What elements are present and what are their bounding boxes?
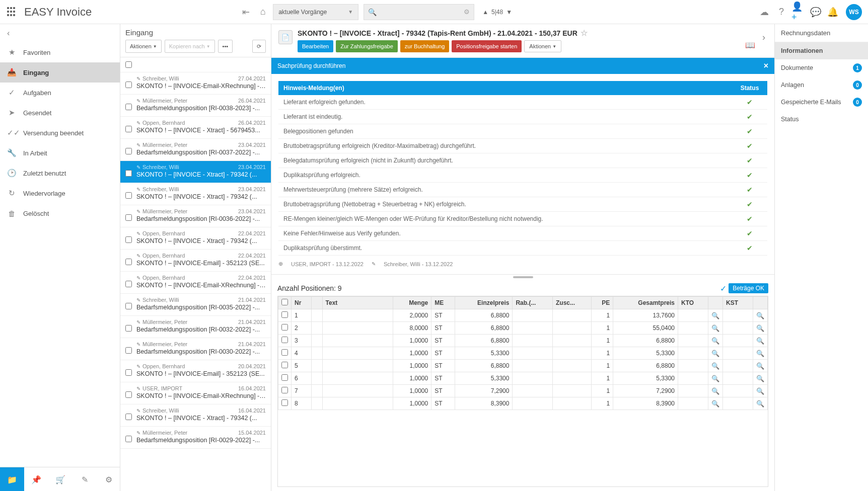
splitter[interactable] <box>271 274 774 279</box>
payment-release-button[interactable]: Zur Zahlungsfreigabe <box>336 40 398 52</box>
table-row[interactable]: 51,0000ST6,880016,8800🔍🔍 <box>278 360 768 372</box>
expand-icon[interactable]: › <box>760 32 767 43</box>
rpanel-item-4[interactable]: Status <box>775 111 868 128</box>
sidebar-item-5[interactable]: 🔧In Arbeit <box>0 143 120 163</box>
apps-icon[interactable] <box>6 6 18 18</box>
list-item[interactable]: ✎Müllermeier, Peter15.04.2021Bedarfsmeld… <box>120 427 271 449</box>
search-icon[interactable]: 🔍 <box>756 387 764 395</box>
list-item[interactable]: ✎Müllermeier, Peter21.04.2021Bedarfsmeld… <box>120 316 271 338</box>
list-item[interactable]: ✎Müllermeier, Peter23.04.2021Bedarfsmeld… <box>120 205 271 227</box>
item-checkbox[interactable] <box>125 436 132 442</box>
pager-next[interactable]: ▼ <box>506 9 512 16</box>
pager-prev[interactable]: ▲ <box>482 9 488 16</box>
item-checkbox[interactable] <box>125 148 132 154</box>
table-row[interactable]: 81,0000ST8,390018,3900🔍🔍 <box>278 397 768 410</box>
rpanel-item-1[interactable]: Dokumente1 <box>775 59 868 76</box>
star-icon[interactable]: ☆ <box>581 28 588 38</box>
position-release-button[interactable]: Positionsfreigabe starten <box>452 40 522 52</box>
search-icon[interactable]: 🔍 <box>756 400 764 407</box>
sidebar-item-0[interactable]: ★Favoriten <box>0 42 120 62</box>
item-checkbox[interactable] <box>125 126 132 132</box>
sidebar-item-6[interactable]: 🕑Zuletzt benutzt <box>0 163 120 183</box>
help-icon[interactable]: ? <box>774 5 788 19</box>
table-row[interactable]: 41,0000ST5,330015,3300🔍🔍 <box>278 347 768 360</box>
table-row[interactable]: 28,0000ST6,8800155,0400🔍🔍 <box>278 322 768 335</box>
book-icon[interactable]: 📖 <box>745 40 755 50</box>
list-item[interactable]: ✎Schreiber, Willi23.04.2021SKONTO ! – [I… <box>120 183 271 205</box>
list-item[interactable]: ✎Müllermeier, Peter26.04.2021Bedarfsmeld… <box>120 95 271 117</box>
edit-icon[interactable]: ✎ <box>73 467 97 491</box>
search-input[interactable]: 🔍⚙ <box>364 4 474 20</box>
search-icon[interactable]: 🔍 <box>756 337 764 345</box>
chat-icon[interactable]: 💬 <box>809 5 823 19</box>
item-checkbox[interactable] <box>125 281 132 287</box>
refresh-button[interactable]: ⟳ <box>252 40 266 53</box>
search-icon[interactable]: 🔍 <box>711 362 719 370</box>
search-icon[interactable]: 🔍 <box>711 350 719 357</box>
pos-select-all[interactable] <box>281 299 288 305</box>
item-checkbox[interactable] <box>125 325 132 332</box>
item-checkbox[interactable] <box>125 347 132 354</box>
table-row[interactable]: 12,0000ST6,8800113,7600🔍🔍 <box>278 309 768 322</box>
rpanel-item-2[interactable]: Anlagen0 <box>775 76 868 94</box>
item-checkbox[interactable] <box>125 214 132 221</box>
sidebar-item-8[interactable]: 🗑Gelöscht <box>0 203 120 223</box>
sidebar-item-1[interactable]: 📥Eingang <box>0 62 120 83</box>
bell-icon[interactable]: 🔔 <box>826 5 840 19</box>
row-checkbox[interactable] <box>281 324 288 331</box>
list-item[interactable]: ✎Schreiber, Willi21.04.2021Bedarfsmeldun… <box>120 294 271 316</box>
select-all-checkbox[interactable] <box>125 61 132 68</box>
search-icon[interactable]: 🔍 <box>711 387 719 395</box>
item-checkbox[interactable] <box>125 259 132 265</box>
item-checkbox[interactable] <box>125 369 132 376</box>
home-icon[interactable]: ⌂ <box>256 5 270 19</box>
sidebar-item-4[interactable]: ✓✓Versendung beendet <box>0 123 120 143</box>
list-item[interactable]: ✎Müllermeier, Peter21.04.2021Bedarfsmeld… <box>120 338 271 360</box>
table-row[interactable]: 31,0000ST6,880016,8800🔍🔍 <box>278 335 768 347</box>
item-checkbox[interactable] <box>125 303 132 309</box>
close-icon[interactable]: × <box>764 61 768 70</box>
table-row[interactable]: 61,0000ST5,330015,3300🔍🔍 <box>278 372 768 385</box>
search-icon[interactable]: 🔍 <box>756 350 764 357</box>
list-item[interactable]: ✎Oppen, Bernhard26.04.2021SKONTO ! – [IN… <box>120 117 271 139</box>
sidebar-item-2[interactable]: ✓Aufgaben <box>0 83 120 103</box>
list-item[interactable]: ✎Oppen, Bernhard20.04.2021SKONTO ! – [IN… <box>120 360 271 382</box>
sidebar-item-7[interactable]: ↻Wiedervorlage <box>0 183 120 203</box>
gear-icon[interactable]: ⚙ <box>97 467 121 491</box>
search-icon[interactable]: 🔍 <box>756 375 764 382</box>
search-icon[interactable]: 🔍 <box>711 337 719 345</box>
list-item[interactable]: ✎Oppen, Bernhard22.04.2021SKONTO ! – [IN… <box>120 250 271 272</box>
row-checkbox[interactable] <box>281 311 288 318</box>
item-checkbox[interactable] <box>125 236 132 243</box>
list-item[interactable]: ✎Schreiber, Willi27.04.2021SKONTO ! – [I… <box>120 72 271 95</box>
sidebar-collapse[interactable]: ‹ <box>0 24 120 42</box>
edit-button[interactable]: Bearbeiten <box>298 40 333 52</box>
search-icon[interactable]: 🔍 <box>756 362 764 370</box>
list-item[interactable]: ✎USER, IMPORT16.04.2021SKONTO ! – [INVOI… <box>120 382 271 404</box>
item-checkbox[interactable] <box>125 81 132 88</box>
item-checkbox[interactable] <box>125 391 132 398</box>
item-checkbox[interactable] <box>125 192 132 199</box>
row-checkbox[interactable] <box>281 399 288 406</box>
accounting-button[interactable]: zur Buchhaltung <box>400 40 450 52</box>
table-row[interactable]: 71,0000ST7,290017,2900🔍🔍 <box>278 385 768 397</box>
row-checkbox[interactable] <box>281 362 288 368</box>
list-item[interactable]: ✎Oppen, Bernhard22.04.2021SKONTO ! – [IN… <box>120 227 271 250</box>
cart-icon[interactable]: 🛒 <box>48 467 73 491</box>
folder-icon[interactable]: 📁 <box>0 467 24 491</box>
sidebar-item-3[interactable]: ➤Gesendet <box>0 103 120 123</box>
list-item[interactable]: ✎Müllermeier, Peter23.04.2021Bedarfsmeld… <box>120 139 271 161</box>
row-checkbox[interactable] <box>281 337 288 343</box>
more-button[interactable]: ••• <box>218 40 233 53</box>
list-item[interactable]: ✎Schreiber, Willi23.04.2021SKONTO ! – [I… <box>120 161 271 183</box>
rpanel-item-3[interactable]: Gespeicherte E-Mails0 <box>775 94 868 111</box>
back-icon[interactable]: ⇤ <box>239 5 253 19</box>
search-icon[interactable]: 🔍 <box>711 324 719 332</box>
user-add-icon[interactable]: 👤+ <box>791 5 806 19</box>
pin-icon[interactable]: 📌 <box>24 467 48 491</box>
detail-actions-button[interactable]: Aktionen ▼ <box>524 40 561 52</box>
list-item[interactable]: ✎Schreiber, Willi16.04.2021SKONTO ! – [I… <box>120 404 271 427</box>
actions-button[interactable]: Aktionen▼ <box>125 40 162 53</box>
search-icon[interactable]: 🔍 <box>711 312 719 319</box>
search-icon[interactable]: 🔍 <box>756 312 764 319</box>
